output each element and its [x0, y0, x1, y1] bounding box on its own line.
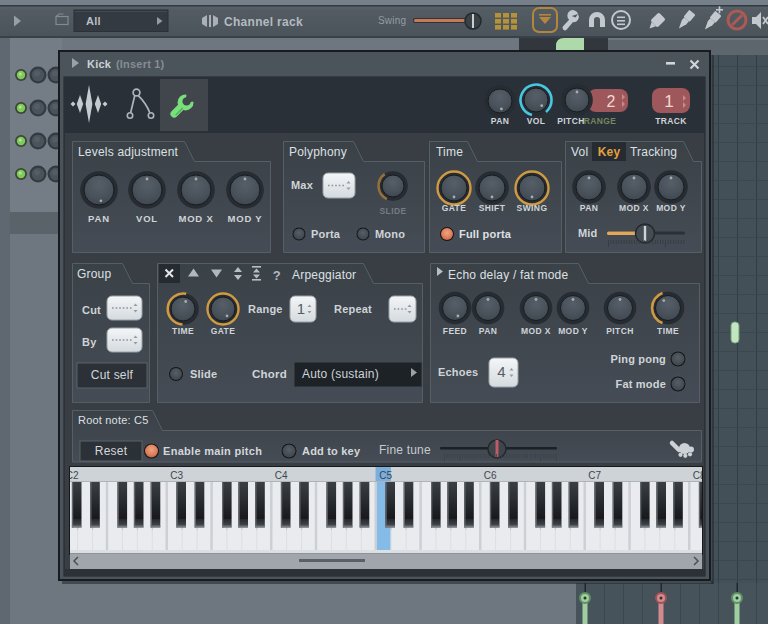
svg-text:By: By [82, 336, 97, 348]
svg-text:MOD X: MOD X [521, 326, 551, 336]
svg-text:TIME: TIME [657, 326, 679, 336]
svg-text:C3: C3 [170, 470, 183, 481]
svg-text:VOL: VOL [527, 116, 546, 126]
svg-text:PAN: PAN [491, 116, 510, 126]
svg-text:Enable main pitch: Enable main pitch [163, 445, 262, 457]
svg-text:PITCH: PITCH [606, 326, 634, 336]
svg-text:FEED: FEED [443, 326, 467, 336]
svg-text:Group: Group [77, 267, 111, 281]
svg-text:Polyphony: Polyphony [289, 145, 347, 159]
svg-text:Echo delay / fat mode: Echo delay / fat mode [448, 268, 568, 282]
svg-text:Slide: Slide [190, 368, 217, 380]
svg-text:SWING: SWING [517, 203, 548, 213]
svg-text:Full porta: Full porta [459, 228, 512, 240]
svg-text:VOL: VOL [136, 213, 158, 224]
svg-text:MOD X: MOD X [619, 203, 649, 213]
svg-text:Range: Range [248, 303, 283, 315]
svg-text:4: 4 [497, 363, 505, 380]
svg-text:C5: C5 [379, 470, 392, 481]
svg-text:Chord: Chord [252, 368, 287, 380]
svg-text:SHIFT: SHIFT [479, 203, 506, 213]
svg-text:Repeat: Repeat [334, 303, 372, 315]
svg-text:TRACK: TRACK [655, 116, 687, 126]
svg-text:Kick: Kick [87, 58, 112, 70]
svg-text:2: 2 [607, 93, 616, 110]
svg-text:C4: C4 [275, 470, 288, 481]
svg-text:Channel rack: Channel rack [224, 15, 303, 29]
svg-text:?: ? [273, 268, 281, 283]
svg-text:C6: C6 [484, 470, 497, 481]
svg-text:MOD X: MOD X [178, 213, 213, 224]
svg-text:Fine tune: Fine tune [379, 443, 431, 457]
svg-text:Tracking: Tracking [630, 145, 677, 159]
svg-text:Auto (sustain): Auto (sustain) [302, 367, 379, 381]
svg-text:Arpeggiator: Arpeggiator [292, 268, 356, 282]
svg-text:1: 1 [664, 92, 673, 111]
svg-text:GATE: GATE [211, 326, 236, 336]
svg-text:PAN: PAN [580, 203, 599, 213]
svg-text:Add to key: Add to key [302, 445, 361, 457]
svg-text:MOD Y: MOD Y [228, 213, 263, 224]
svg-text:GATE: GATE [442, 203, 467, 213]
svg-text:Root note: C5: Root note: C5 [78, 414, 148, 426]
svg-text:Ping pong: Ping pong [610, 353, 666, 365]
svg-text:Reset: Reset [95, 444, 128, 458]
svg-text:TIME: TIME [172, 326, 194, 336]
svg-text:Vol: Vol [571, 145, 588, 159]
svg-text:(Insert 1): (Insert 1) [116, 58, 165, 70]
svg-text:1: 1 [297, 300, 305, 317]
svg-text:RANGE: RANGE [584, 116, 617, 126]
svg-text:PITCH: PITCH [557, 116, 585, 126]
svg-text:Swing: Swing [378, 15, 406, 26]
svg-text:Cut: Cut [82, 304, 101, 316]
svg-text:Time: Time [436, 145, 463, 159]
svg-text:C7: C7 [588, 470, 601, 481]
svg-text:Echoes: Echoes [438, 366, 478, 378]
svg-text:SLIDE: SLIDE [379, 206, 406, 216]
svg-text:All: All [86, 15, 101, 27]
svg-text:Porta: Porta [311, 228, 341, 240]
svg-text:Mono: Mono [375, 228, 405, 240]
svg-text:PAN: PAN [88, 213, 110, 224]
svg-text:Max: Max [291, 179, 314, 191]
svg-text:MOD Y: MOD Y [558, 326, 588, 336]
svg-text:Mid: Mid [578, 227, 598, 239]
svg-text:Fat mode: Fat mode [616, 378, 667, 390]
svg-text:MOD Y: MOD Y [656, 203, 686, 213]
svg-text:Levels adjustment: Levels adjustment [78, 145, 179, 159]
svg-text:Key: Key [598, 145, 621, 159]
svg-text:PAN: PAN [479, 326, 498, 336]
svg-text:Cut self: Cut self [91, 368, 134, 382]
